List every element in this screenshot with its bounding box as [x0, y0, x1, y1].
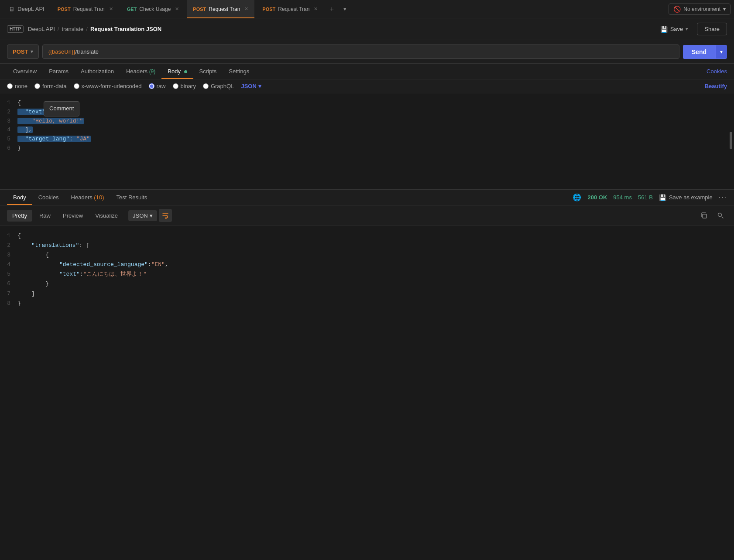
code-text: "Hello, world!"	[17, 117, 734, 126]
radio-binary[interactable]: binary	[173, 83, 196, 89]
resp-wrap-button[interactable]	[159, 209, 172, 222]
resp-view-pretty[interactable]: Pretty	[7, 210, 32, 222]
radio-urlencoded[interactable]: x-www-form-urlencoded	[74, 83, 142, 89]
code-line-5: 5 "target_lang": "JA"	[0, 135, 734, 144]
code-line-1: 1 {	[0, 99, 734, 108]
no-env-icon: 🚫	[673, 6, 681, 13]
resp-line-8: 8 }	[0, 299, 734, 308]
tab-post-3[interactable]: POST Request Tran ✕	[256, 0, 324, 18]
code-text: {	[17, 99, 734, 108]
line-number: 5	[0, 135, 17, 144]
environment-selector[interactable]: 🚫 No environment ▾	[669, 3, 731, 15]
tab-close-icon[interactable]: ✕	[314, 6, 318, 12]
request-tabs-nav: Overview Params Authorization Headers (9…	[0, 64, 734, 79]
resp-view-visualize[interactable]: Visualize	[90, 210, 123, 222]
tab-bar-left: 🖥 DeepL API POST Request Tran ✕ GET Chec…	[3, 0, 668, 18]
line-number: 4	[0, 126, 17, 135]
code-line-2: 2 "text": [	[0, 108, 734, 117]
tab-close-icon[interactable]: ✕	[175, 6, 179, 12]
radio-none-input[interactable]	[7, 83, 13, 89]
resp-line-2: 2 "translations": [	[0, 241, 734, 250]
radio-formdata-input[interactable]	[34, 83, 40, 89]
tab-body[interactable]: Body	[161, 64, 193, 79]
more-options-button[interactable]: ···	[719, 194, 727, 201]
tab-post-2[interactable]: POST Request Tran ✕	[187, 0, 254, 18]
request-body-editor[interactable]: Comment 1 { 2 "text": [ 3 "Hello, world!…	[0, 93, 734, 189]
tab-method-label: GET	[127, 7, 137, 12]
send-button[interactable]: Send	[683, 45, 715, 59]
tab-scripts[interactable]: Scripts	[193, 64, 223, 79]
resp-tab-test-results[interactable]: Test Results	[110, 190, 153, 205]
send-dropdown-button[interactable]: ▾	[715, 45, 727, 58]
radio-raw[interactable]: raw	[149, 83, 166, 89]
resp-tab-headers[interactable]: Headers (10)	[65, 190, 110, 205]
resp-line-6: 6 }	[0, 279, 734, 289]
tab-post-1[interactable]: POST Request Tran ✕	[51, 0, 119, 18]
tab-settings[interactable]: Settings	[223, 64, 255, 79]
resp-copy-button[interactable]	[697, 209, 710, 222]
resp-code-text: :	[148, 260, 151, 270]
code-text: ],	[17, 126, 734, 135]
tab-bar-right: 🚫 No environment ▾	[669, 3, 731, 15]
tab-authorization[interactable]: Authorization	[75, 64, 120, 79]
tab-headers[interactable]: Headers (9)	[120, 64, 161, 79]
resp-tab-cookies[interactable]: Cookies	[32, 190, 65, 205]
tab-close-icon[interactable]: ✕	[244, 6, 248, 12]
save-label: Save	[670, 26, 683, 32]
resp-view-preview[interactable]: Preview	[58, 210, 88, 222]
cookies-link[interactable]: Cookies	[707, 64, 727, 79]
radio-urlencoded-input[interactable]	[74, 83, 79, 89]
breadcrumb-collection[interactable]: DeepL API	[28, 26, 55, 32]
resp-format-selector[interactable]: JSON ▾	[128, 210, 157, 221]
send-button-group: Send ▾	[683, 45, 727, 59]
monitor-icon: 🖥	[9, 6, 15, 13]
resp-search-button[interactable]	[714, 209, 727, 222]
tab-method-label: POST	[193, 7, 206, 12]
resp-code-text: }	[17, 279, 49, 289]
save-example-button[interactable]: 💾 Save as example	[659, 194, 713, 201]
resp-status-area: 🌐 200 OK 954 ms 561 B 💾 Save as example …	[573, 193, 727, 201]
radio-graphql-input[interactable]	[203, 83, 209, 89]
code-text: "target_lang": "JA"	[17, 135, 734, 144]
tab-get-1[interactable]: GET Check Usage ✕	[121, 0, 185, 18]
app-tab[interactable]: 🖥 DeepL API	[3, 0, 50, 18]
format-selector[interactable]: JSON ▾	[241, 83, 261, 89]
resp-code-text: }	[17, 299, 21, 308]
svg-point-1	[718, 213, 722, 217]
method-selector[interactable]: POST ▾	[7, 44, 39, 59]
resp-code-text: "text"	[17, 270, 80, 279]
radio-none[interactable]: none	[7, 83, 27, 89]
line-number: 1	[0, 231, 17, 241]
tab-params[interactable]: Params	[43, 64, 75, 79]
radio-graphql[interactable]: GraphQL	[203, 83, 234, 89]
resp-code-text: "detected_source_language"	[17, 260, 148, 270]
line-number: 4	[0, 260, 17, 270]
resp-line-7: 7 ]	[0, 289, 734, 299]
radio-formdata[interactable]: form-data	[34, 83, 67, 89]
resp-code-text: ,	[165, 260, 168, 270]
chevron-down-icon: ▾	[723, 6, 726, 12]
radio-raw-input[interactable]	[149, 83, 154, 89]
share-button[interactable]: Share	[697, 23, 727, 35]
tab-overview[interactable]: Overview	[7, 64, 43, 79]
resp-view-raw[interactable]: Raw	[34, 210, 56, 222]
save-icon: 💾	[660, 26, 668, 33]
tab-close-icon[interactable]: ✕	[109, 6, 113, 12]
header-actions: 💾 Save ▾ Share	[655, 23, 727, 35]
beautify-button[interactable]: Beautify	[705, 83, 727, 89]
breadcrumb-name: Request Translation JSON	[90, 26, 161, 32]
svg-rect-0	[703, 214, 707, 218]
radio-binary-input[interactable]	[173, 83, 178, 89]
scrollbar-vertical[interactable]	[730, 132, 732, 149]
save-icon: 💾	[659, 194, 666, 201]
url-input[interactable]: {{baseUrl}}/translate	[42, 44, 679, 59]
add-tab-button[interactable]: +	[326, 3, 338, 15]
app-name: DeepL API	[17, 6, 45, 12]
status-badge: 200 OK	[587, 194, 607, 201]
resp-tab-body[interactable]: Body	[7, 190, 32, 205]
tabs-overflow-button[interactable]: ▾	[340, 4, 350, 14]
save-button[interactable]: 💾 Save ▾	[655, 23, 694, 35]
code-line-6: 6 }	[0, 144, 734, 153]
breadcrumb-folder[interactable]: translate	[62, 26, 83, 32]
resp-format-label: JSON	[133, 212, 148, 219]
